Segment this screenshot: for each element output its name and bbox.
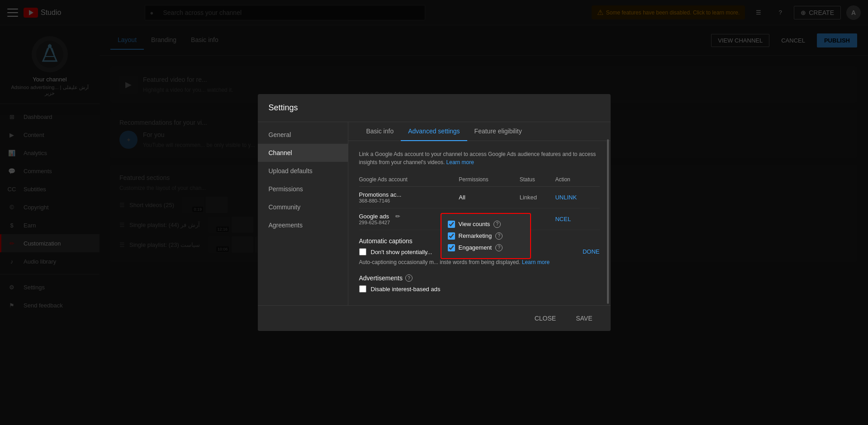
- modal-tab-feature-eligibility[interactable]: Feature eligibility: [467, 122, 529, 141]
- view-counts-label: View counts: [459, 221, 490, 227]
- permissions-popup: View counts ? Remarketing ?: [441, 213, 531, 259]
- modal-tab-basic-info[interactable]: Basic info: [359, 122, 401, 141]
- remarketing-help-icon[interactable]: ?: [495, 232, 503, 240]
- captions-learn-more[interactable]: Learn more: [522, 259, 550, 265]
- account-status-1: Linked: [520, 187, 555, 208]
- table-header-account: Google Ads account: [359, 173, 459, 187]
- disable-ads-label: Disable interest-based ads: [371, 286, 441, 293]
- scroll-indicator: [607, 139, 609, 304]
- account-permissions-2: All View counts ?: [459, 208, 519, 230]
- modal-sidebar: General Channel Upload defaults Permissi…: [258, 122, 348, 305]
- modal-sidebar-permissions[interactable]: Permissions: [258, 180, 348, 198]
- captions-checkbox[interactable]: [359, 248, 366, 255]
- permission-item-view-counts: View counts ?: [448, 218, 524, 230]
- permission-item-engagement: Engagement ?: [448, 242, 524, 254]
- modal-tab-advanced[interactable]: Advanced settings: [401, 122, 467, 141]
- ads-title: Advertisements ?: [359, 274, 600, 282]
- modal-footer: CLOSE SAVE: [258, 305, 611, 331]
- modal-header: Settings: [258, 94, 611, 122]
- disable-ads-checkbox[interactable]: [359, 285, 366, 293]
- close-button[interactable]: CLOSE: [527, 311, 563, 326]
- done-button[interactable]: DONE: [583, 248, 600, 255]
- modal-section-content: Link a Google Ads account to your channe…: [348, 141, 611, 305]
- advertisements-section: Advertisements ? Disable interest-based …: [359, 274, 600, 293]
- permission-item-remarketing: Remarketing ?: [448, 230, 524, 242]
- table-row: Promotions ac... 368-880-7146 All Linked…: [359, 187, 600, 208]
- captions-desc: Auto-captioning occasionally m... inste …: [359, 259, 550, 265]
- engagement-label: Engagement: [459, 244, 492, 251]
- remarketing-label: Remarketing: [459, 232, 492, 239]
- modal-body: General Channel Upload defaults Permissi…: [258, 122, 611, 305]
- modal-save-button[interactable]: SAVE: [569, 311, 599, 326]
- table-header-action: Action: [555, 173, 599, 187]
- engagement-help-icon[interactable]: ?: [495, 244, 503, 251]
- view-counts-checkbox[interactable]: [448, 221, 455, 228]
- modal-sidebar-upload-defaults[interactable]: Upload defaults: [258, 162, 348, 180]
- table-header-status: Status: [520, 173, 555, 187]
- remarketing-checkbox[interactable]: [448, 232, 455, 240]
- account-action-1: UNLINK: [555, 187, 599, 208]
- table-row: Google ads ✏ 299-625-8427 All: [359, 208, 600, 230]
- table-header-permissions: Permissions: [459, 173, 519, 187]
- account-permissions-1: All: [459, 187, 519, 208]
- modal-sidebar-general[interactable]: General: [258, 126, 348, 144]
- modal-tabs: Basic info Advanced settings Feature eli…: [348, 122, 611, 141]
- modal-sidebar-channel[interactable]: Channel: [258, 144, 348, 162]
- ads-checkbox-row: Disable interest-based ads: [359, 285, 600, 293]
- settings-modal: Settings General Channel Upload defaults…: [258, 94, 611, 331]
- engagement-checkbox[interactable]: [448, 244, 455, 251]
- google-ads-description: Link a Google Ads account to your channe…: [359, 150, 600, 166]
- ncel-button[interactable]: NCEL: [555, 216, 571, 222]
- ads-help-icon[interactable]: ?: [405, 274, 413, 282]
- modal-sidebar-community[interactable]: Community: [258, 198, 348, 216]
- modal-overlay[interactable]: Settings General Channel Upload defaults…: [0, 0, 868, 425]
- unlink-button[interactable]: UNLINK: [555, 194, 577, 201]
- account-action-2: NCEL: [555, 208, 599, 230]
- modal-content-area: Basic info Advanced settings Feature eli…: [348, 122, 611, 305]
- modal-sidebar-agreements[interactable]: Agreements: [258, 216, 348, 234]
- permissions-popup-box: View counts ? Remarketing ?: [441, 213, 531, 259]
- google-ads-table: Google Ads account Permissions Status Ac…: [359, 173, 600, 230]
- captions-checkbox-label: Don't show potentially...: [371, 249, 432, 255]
- view-counts-help-icon[interactable]: ?: [493, 221, 501, 228]
- modal-title: Settings: [269, 103, 600, 113]
- account-name-1: Promotions ac... 368-880-7146: [359, 187, 459, 208]
- learn-more-link[interactable]: Learn more: [446, 159, 474, 165]
- edit-icon[interactable]: ✏: [395, 213, 400, 220]
